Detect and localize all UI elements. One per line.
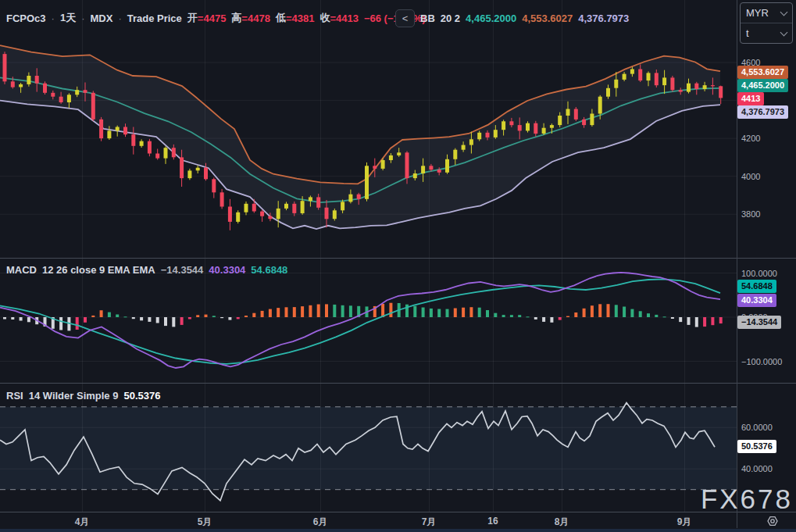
macd-params: 12 26 close 9 EMA EMA	[42, 264, 155, 276]
rsi-band	[0, 407, 737, 490]
axis-tick-label: 100.0000	[741, 269, 777, 278]
chevron-down-icon	[780, 8, 788, 16]
time-axis-label[interactable]: 8月	[555, 516, 569, 529]
time-axis-label[interactable]: 7月	[422, 516, 437, 529]
pane-divider[interactable]	[0, 258, 796, 259]
currency-unit-selector: MYR t	[740, 2, 793, 44]
open-value: 4475	[203, 12, 226, 24]
macd-hist-value: −14.3544	[161, 264, 204, 276]
macd-signal-value: 54.6848	[251, 264, 287, 276]
last-price-badge: 4413	[737, 92, 764, 105]
axis-tick-label: 40.0000	[741, 464, 773, 473]
low-label: 低	[276, 11, 286, 25]
bottom-strip	[0, 529, 796, 532]
trading-chart-app: FCPOc3 · 1天 · MDX · Trade Price 开 =4475 …	[0, 0, 796, 532]
close-value: 4413	[336, 12, 359, 24]
rsi-value: 50.5376	[123, 390, 160, 402]
header-separator: ·	[118, 12, 121, 24]
ohlc-low: 低 =4381	[276, 11, 315, 25]
high-label: 高	[231, 11, 241, 25]
rsi-title[interactable]: RSI	[6, 390, 23, 402]
chevron-down-icon	[780, 28, 788, 36]
pane-divider[interactable]	[0, 383, 796, 384]
close-label: 收	[319, 11, 330, 25]
bb-upper-value: 4,553.6027	[522, 12, 573, 24]
bb-basis-value: 4,465.2000	[466, 12, 516, 24]
interval-label[interactable]: 1天	[60, 11, 76, 25]
header-separator: ·	[52, 12, 55, 24]
bb-title[interactable]: BB	[420, 12, 435, 24]
ohlc-open: 开 =4475	[187, 11, 227, 25]
ohlc-close: 收 =4413	[319, 11, 359, 25]
chart-plot-area[interactable]	[0, 0, 737, 512]
symbol-name[interactable]: FCPOc3	[6, 12, 46, 24]
axis-tick-label: −100.0000	[741, 357, 782, 366]
axis-tick-label: 4200	[741, 134, 760, 143]
time-axis-label[interactable]: 4月	[75, 516, 90, 529]
macd-title[interactable]: MACD	[6, 264, 37, 276]
bollinger-header: < BB 20 2 4,465.2000 4,553.6027 4,376.79…	[395, 9, 629, 27]
rsi-params: 14 Wilder Simple 9	[29, 390, 119, 402]
time-axis-label[interactable]: 16	[487, 516, 498, 527]
rsi-value-badge: 50.5376	[737, 440, 776, 453]
currency-select[interactable]: MYR	[741, 3, 792, 23]
macd-signal-badge: 54.6848	[737, 280, 776, 293]
macd-line-value: 40.3304	[209, 264, 245, 276]
time-axis-divider	[0, 512, 796, 512]
high-value: 4478	[248, 12, 270, 24]
time-axis-label[interactable]: 5月	[198, 516, 212, 529]
macd-hist-badge: −14.3544	[737, 316, 781, 329]
collapse-indicators-button[interactable]: <	[395, 9, 415, 27]
price-basis-badge: 4,465.2000	[737, 79, 788, 92]
macd-line-badge: 40.3304	[737, 294, 776, 307]
bb-params: 20 2	[441, 12, 460, 24]
axis-tick-label: 3800	[741, 209, 760, 219]
settings-icon[interactable]	[766, 515, 779, 530]
price-axis-divider	[737, 0, 737, 528]
symbol-header: FCPOc3 · 1天 · MDX · Trade Price 开 =4475 …	[6, 11, 426, 25]
open-label: 开	[187, 11, 198, 25]
ohlc-high: 高 =4478	[231, 11, 270, 25]
price-upper-band-badge: 4,553.6027	[737, 66, 788, 79]
low-value: 4381	[291, 12, 314, 24]
rsi-header: RSI 14 Wilder Simple 9 50.5376	[6, 390, 160, 402]
macd-line	[0, 273, 720, 368]
price-type-label: Trade Price	[127, 12, 182, 24]
header-separator: ·	[81, 12, 84, 24]
unit-value: t	[746, 27, 749, 39]
exchange-label: MDX	[91, 12, 113, 24]
bb-lower-value: 4,376.7973	[578, 12, 629, 24]
time-axis-label[interactable]: 9月	[677, 516, 692, 529]
currency-value: MYR	[746, 7, 769, 19]
unit-select[interactable]: t	[741, 23, 792, 43]
axis-tick-label: 60.0000	[741, 423, 773, 432]
price-axis[interactable]: MYR t 4600420040003800100.00000.0000−100…	[737, 0, 796, 512]
price-lower-band-badge: 4,376.7973	[737, 105, 788, 119]
macd-signal-line	[0, 279, 720, 364]
time-axis[interactable]: 4月5月6月7月168月9月	[0, 512, 796, 529]
axis-tick-label: 4000	[741, 172, 760, 181]
time-axis-label[interactable]: 6月	[313, 516, 328, 529]
macd-header: MACD 12 26 close 9 EMA EMA −14.3544 40.3…	[6, 264, 287, 276]
